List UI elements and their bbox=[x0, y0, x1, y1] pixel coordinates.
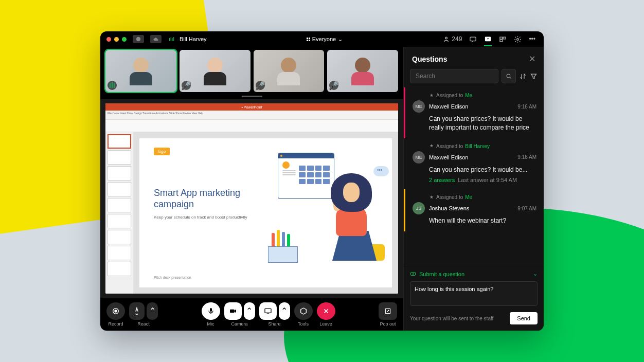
submit-header[interactable]: Submit a question ⌄ bbox=[410, 270, 538, 277]
sort-button[interactable] bbox=[519, 73, 527, 80]
search-input[interactable] bbox=[410, 69, 498, 83]
leave-button[interactable] bbox=[317, 302, 335, 320]
slide-thumb[interactable] bbox=[108, 198, 131, 212]
shared-content: ▪ PowerPoint File Home Insert Draw Desig… bbox=[100, 99, 403, 298]
slide-thumb[interactable] bbox=[108, 262, 131, 276]
powerpoint-window: ▪ PowerPoint File Home Insert Draw Desig… bbox=[105, 103, 398, 294]
more-button[interactable]: ••• bbox=[529, 35, 535, 43]
video-tile[interactable]: 🎤 bbox=[180, 50, 251, 92]
chat-button[interactable] bbox=[469, 35, 477, 43]
react-menu-button[interactable]: ⌃ bbox=[147, 302, 158, 320]
question-author: Maxwell Edison bbox=[429, 103, 513, 110]
host-name: Bill Harvey bbox=[180, 36, 207, 42]
questions-list[interactable]: Assigned to Me MEMaxwell Edison9:16 AM C… bbox=[404, 87, 544, 265]
info-button[interactable] bbox=[133, 35, 144, 43]
react-label: React bbox=[137, 321, 150, 327]
svg-point-0 bbox=[136, 37, 140, 41]
svg-rect-7 bbox=[500, 40, 503, 42]
question-item[interactable]: Assigned to Me MEMaxwell Edison9:16 AM C… bbox=[404, 87, 544, 138]
slide-thumb[interactable] bbox=[108, 182, 131, 196]
svg-rect-12 bbox=[230, 309, 235, 313]
svg-rect-5 bbox=[500, 37, 503, 39]
answers-link[interactable]: 2 answersLast answer at 9:54 AM bbox=[429, 177, 536, 183]
grid-icon bbox=[307, 38, 310, 41]
avatar: JS bbox=[413, 202, 425, 214]
slide-thumb[interactable] bbox=[108, 150, 131, 165]
questions-button[interactable]: ? bbox=[484, 35, 492, 43]
slide-thumbnails[interactable] bbox=[105, 132, 133, 294]
view-mode-label: Everyone bbox=[312, 36, 336, 42]
record-button[interactable] bbox=[106, 302, 125, 320]
share-menu-button[interactable]: ⌃ bbox=[279, 302, 290, 320]
slide-thumb[interactable] bbox=[108, 134, 131, 149]
svg-rect-6 bbox=[504, 37, 506, 39]
ppt-menu: File Home Insert Draw Design Transitions… bbox=[105, 111, 398, 120]
video-tile[interactable]: 🎤 bbox=[327, 50, 398, 92]
minimize-window-icon[interactable] bbox=[114, 37, 119, 42]
slide-logo: logo bbox=[154, 148, 170, 155]
svg-point-8 bbox=[517, 38, 519, 40]
search-button[interactable] bbox=[502, 69, 516, 83]
mic-off-icon: 🎤 bbox=[256, 81, 265, 90]
panel-title: Questions bbox=[412, 55, 447, 63]
question-time: 9:16 AM bbox=[517, 104, 536, 110]
popout-label: Pop out bbox=[380, 321, 396, 327]
apps-button[interactable] bbox=[499, 35, 507, 43]
svg-rect-2 bbox=[470, 37, 476, 41]
question-item[interactable]: Assigned to Bill Harvey MEMaxwell Edison… bbox=[404, 138, 544, 190]
close-window-icon[interactable] bbox=[106, 37, 111, 42]
svg-point-10 bbox=[115, 310, 117, 312]
close-panel-button[interactable]: ✕ bbox=[529, 54, 535, 64]
question-time: 9:07 AM bbox=[517, 206, 536, 211]
tools-label: Tools bbox=[298, 321, 309, 327]
tools-button[interactable] bbox=[294, 302, 313, 320]
video-tile[interactable]: ılı bbox=[105, 50, 176, 92]
ppt-ribbon bbox=[105, 120, 398, 132]
mic-on-icon: ılı bbox=[108, 81, 117, 90]
call-toolbar: Record ⌃ React Mic ⌃ Camera ⌃ Share bbox=[100, 298, 403, 331]
question-item[interactable]: Assigned to Me JSJoshua Stevens9:07 AM W… bbox=[404, 189, 544, 231]
participant-count: 249 bbox=[452, 35, 462, 43]
footer-note: Your question will be sent to the staff bbox=[410, 316, 493, 321]
slide-thumb[interactable] bbox=[108, 230, 131, 244]
question-author: Maxwell Edison bbox=[429, 154, 513, 160]
questions-panel: Questions ✕ Assigned to Me MEMaxwell Edi… bbox=[403, 47, 544, 331]
mic-button[interactable] bbox=[202, 302, 220, 320]
slide-canvas: logo Smart App marketing campaign Keep y… bbox=[133, 132, 398, 294]
svg-text:?: ? bbox=[487, 37, 489, 40]
react-button[interactable] bbox=[129, 302, 145, 320]
ppt-titlebar: ▪ PowerPoint bbox=[105, 103, 398, 111]
participants-button[interactable]: 249 bbox=[442, 35, 462, 43]
view-selector[interactable]: Everyone ⌄ bbox=[307, 36, 343, 43]
camera-menu-button[interactable]: ⌃ bbox=[244, 302, 255, 320]
cloud-button[interactable] bbox=[150, 35, 162, 43]
slide-thumb[interactable] bbox=[108, 246, 131, 260]
camera-button[interactable] bbox=[224, 302, 242, 320]
share-label: Share bbox=[268, 321, 280, 327]
leave-label: Leave bbox=[319, 321, 332, 327]
question-textarea[interactable] bbox=[410, 281, 538, 306]
mic-off-icon: 🎤 bbox=[329, 81, 338, 90]
popout-button[interactable] bbox=[379, 302, 397, 320]
slide-illustration bbox=[261, 153, 390, 266]
app-window: ılıl Bill Harvey Everyone ⌄ 249 ? ••• ıl… bbox=[100, 31, 544, 331]
svg-rect-13 bbox=[265, 309, 271, 313]
chevron-down-icon: ⌄ bbox=[533, 270, 538, 277]
settings-button[interactable] bbox=[514, 35, 522, 43]
mic-muted-icon: 🎤 bbox=[182, 81, 191, 90]
slide-thumb[interactable] bbox=[108, 166, 131, 180]
resize-handle[interactable] bbox=[100, 93, 403, 99]
share-button[interactable] bbox=[259, 302, 277, 320]
maximize-window-icon[interactable] bbox=[122, 37, 127, 42]
record-label: Record bbox=[108, 321, 123, 327]
question-text: When will the webinar start? bbox=[429, 216, 536, 225]
audio-indicator-icon: ılıl bbox=[169, 36, 174, 42]
video-tile[interactable]: 🎤 bbox=[254, 50, 325, 92]
question-text: Can you share prices? It would be really… bbox=[429, 115, 536, 132]
question-time: 9:16 AM bbox=[517, 154, 536, 160]
titlebar: ılıl Bill Harvey Everyone ⌄ 249 ? ••• bbox=[100, 31, 544, 47]
send-button[interactable]: Send bbox=[510, 312, 538, 324]
slide-thumb[interactable] bbox=[108, 214, 131, 228]
filter-button[interactable] bbox=[530, 73, 538, 80]
svg-rect-11 bbox=[210, 308, 212, 312]
